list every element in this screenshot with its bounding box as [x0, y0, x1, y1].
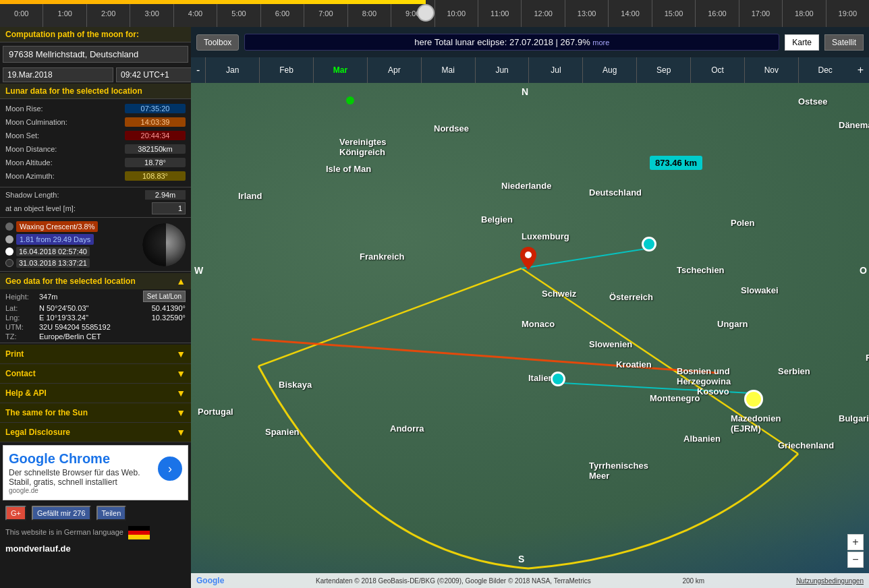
time-label-10[interactable]: 10:00 [435, 0, 478, 27]
time-label-16[interactable]: 16:00 [696, 0, 739, 27]
time-label-3[interactable]: 3:00 [130, 0, 173, 27]
svg-line-4 [562, 383, 751, 393]
print-menu-item[interactable]: Print ▼ [0, 345, 191, 364]
object-level-row: at an object level [m]: [0, 201, 191, 216]
tz-row: TZ: Europe/Berlin CET [0, 332, 191, 341]
time-label-15[interactable]: 15:00 [652, 0, 696, 27]
month-jan[interactable]: Jan [205, 57, 259, 83]
time-label-14[interactable]: 14:00 [609, 0, 652, 27]
time-label-17[interactable]: 17:00 [739, 0, 783, 27]
sun-menu-item[interactable]: The same for the Sun ▼ [0, 403, 191, 423]
share-button[interactable]: Teilen [96, 506, 127, 521]
time-label-4[interactable]: 4:00 [174, 0, 217, 27]
time-label-6[interactable]: 6:00 [261, 0, 304, 27]
moon-set-value: 20:44:34 [125, 131, 186, 140]
location-marker [520, 247, 536, 272]
legal-arrow-icon: ▼ [176, 427, 186, 438]
month-plus-button[interactable]: + [852, 64, 869, 76]
sun-arrow-icon: ▼ [176, 407, 186, 418]
month-jul[interactable]: Jul [528, 57, 582, 83]
lng-row: Lng: E 10°19'33.24'' 10.32590° [0, 313, 191, 322]
moon-distance-value: 382150km [125, 144, 186, 154]
map-bottom-bar: Google Kartendaten © 2018 GeoBasis-DE/BK… [191, 573, 869, 588]
phase-icon [5, 223, 13, 231]
lat-row: Lat: N 50°24'50.03'' 50.41390° [0, 303, 191, 313]
compass-o-label: O [860, 265, 867, 276]
time-label-12[interactable]: 12:00 [522, 0, 565, 27]
location-input[interactable] [3, 46, 188, 63]
month-dec[interactable]: Dec [798, 57, 852, 83]
phase-days-value: 1.81 from 29.49 Days [16, 234, 94, 245]
like-button[interactable]: Gefällt mir 276 [32, 506, 91, 521]
moon-distance-row: Moon Distance: 382150km [0, 142, 191, 156]
time-label-7[interactable]: 7:00 [304, 0, 347, 27]
age-icon [5, 235, 13, 243]
time-label-5[interactable]: 5:00 [217, 0, 260, 27]
time-label-18[interactable]: 18:00 [783, 0, 826, 27]
germany-flag-icon [128, 526, 150, 539]
zoom-controls: + − [847, 534, 864, 568]
month-minus-button[interactable]: - [191, 64, 205, 76]
object-level-input[interactable] [152, 202, 186, 214]
time-label-8[interactable]: 8:00 [348, 0, 391, 27]
zoom-out-button[interactable]: − [847, 552, 864, 568]
marker-a [642, 237, 656, 252]
moon-altitude-row: Moon Altitude: 18.78° [0, 156, 191, 169]
map-top-bar: Toolbox here Total lunar eclipse: 27.07.… [191, 27, 869, 57]
zoom-in-button[interactable]: + [847, 534, 864, 550]
map-scale: 200 km [682, 577, 704, 585]
time-label-13[interactable]: 13:00 [565, 0, 609, 27]
time-label-0[interactable]: 0:00 [0, 0, 43, 27]
lng-deg: 10.32590° [152, 314, 186, 322]
moon-azimuth-value: 108.83° [125, 171, 186, 181]
karte-button[interactable]: Karte [785, 34, 819, 51]
month-oct[interactable]: Oct [690, 57, 744, 83]
footer-text: This website is in German language [0, 523, 191, 542]
gplus-button[interactable]: G+ [5, 506, 26, 521]
set-latlon-button[interactable]: Set Lat/Lon [143, 291, 186, 302]
help-menu-item[interactable]: Help & API ▼ [0, 384, 191, 403]
eclipse-more-link[interactable]: more [592, 38, 609, 47]
tz-value: Europe/Berlin CET [39, 332, 101, 341]
legal-menu-item[interactable]: Legal Disclosure ▼ [0, 423, 191, 442]
month-apr[interactable]: Apr [367, 57, 421, 83]
month-marker-dot [346, 96, 354, 105]
time-label-1[interactable]: 1:00 [43, 0, 86, 27]
month-aug[interactable]: Aug [582, 57, 636, 83]
contact-menu-item[interactable]: Contact ▼ [0, 364, 191, 384]
height-value: 347m [39, 293, 58, 301]
moon-rise-row: Moon Rise: 07:35:20 [0, 102, 191, 115]
month-labels: Jan Feb Mar Apr Mai Jun Jul Aug Sep Oct … [205, 57, 851, 83]
month-sep[interactable]: Sep [636, 57, 690, 83]
time-input[interactable] [116, 67, 191, 82]
social-row: G+ Gefällt mir 276 Teilen [0, 503, 191, 523]
month-jun[interactable]: Jun [475, 57, 529, 83]
time-label-11[interactable]: 11:00 [478, 0, 522, 27]
toolbox-button[interactable]: Toolbox [196, 34, 239, 51]
lng-value: E 10°19'33.24'' [39, 314, 88, 322]
time-label-19[interactable]: 19:00 [826, 0, 869, 27]
compass-s-label: S [518, 554, 524, 564]
month-mar[interactable]: Mar [313, 57, 367, 83]
map-content[interactable]: a b Nordsee Ostsee Lettland Litauen Weiß… [191, 83, 869, 588]
map-svg-overlay: a b [191, 83, 869, 588]
compass-w-label: W [194, 265, 203, 276]
ad-button[interactable]: › [158, 457, 182, 481]
geo-collapse-icon: ▲ [176, 276, 186, 287]
terms-link[interactable]: Nutzungsbedingungen [796, 577, 864, 585]
month-feb[interactable]: Feb [259, 57, 313, 83]
phase-label: Waxing Crescent/3.8% [16, 221, 98, 232]
month-mai[interactable]: Mai [421, 57, 475, 83]
timeline-cursor[interactable] [417, 4, 434, 22]
svg-line-0 [258, 268, 522, 366]
lat-deg: 50.41390° [152, 304, 186, 312]
time-label-2[interactable]: 2:00 [87, 0, 130, 27]
date-input[interactable] [3, 67, 113, 82]
moon-culmination-value: 14:03:39 [125, 117, 186, 127]
month-nov[interactable]: Nov [744, 57, 798, 83]
moon-rise-value: 07:35:20 [125, 104, 186, 113]
satellit-button[interactable]: Satellit [824, 34, 864, 51]
full-moon-icon [5, 247, 13, 256]
footer-logo[interactable]: mondverlauf.de [0, 542, 191, 555]
lunar-data-section: Moon Rise: 07:35:20 Moon Culmination: 14… [0, 99, 191, 185]
